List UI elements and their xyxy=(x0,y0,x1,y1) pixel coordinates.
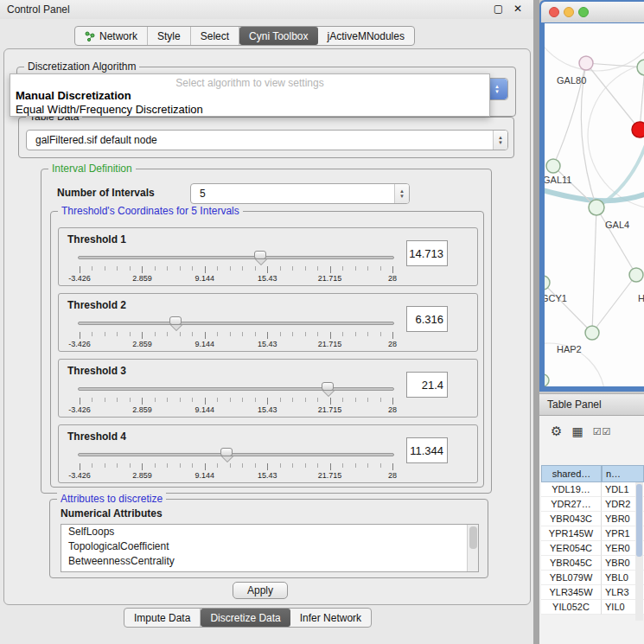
checkbox-icon: ☑ xyxy=(603,426,612,437)
popup-item-manual-discretization[interactable]: Manual Discretization xyxy=(16,89,131,102)
threshold-3-slider[interactable] xyxy=(78,382,394,396)
tick-label: 15.43 xyxy=(258,471,277,480)
number-of-intervals-combobox[interactable]: 5 ▲ ▼ xyxy=(190,183,410,204)
columns-icon[interactable]: ▦ xyxy=(571,424,583,438)
tick-label: 15.43 xyxy=(258,405,277,414)
threshold-1-slider[interactable] xyxy=(78,251,394,265)
threshold-4-value-field[interactable] xyxy=(406,437,448,463)
threshold-1-slider-thumb[interactable] xyxy=(254,251,266,259)
node-selected-red[interactable] xyxy=(632,122,644,137)
threshold-2-slider-thumb[interactable] xyxy=(169,316,182,325)
combo-stepper-icon[interactable]: ▲ ▼ xyxy=(394,184,409,203)
tab-network[interactable]: Network xyxy=(75,27,148,45)
threshold-2-box: Threshold 2 -3.426 2.859 9.144 15.43 21.… xyxy=(58,293,478,352)
threshold-coordinates-group: Threshold's Coordinates for 5 Intervals … xyxy=(50,211,484,488)
cell-shared-name[interactable]: YBL079W xyxy=(541,571,602,585)
tick-label: 21.715 xyxy=(318,471,342,480)
list-item-selfloops[interactable]: SelfLoops xyxy=(61,525,478,539)
node-label-gcy1: GCY1 xyxy=(545,293,567,303)
table-scrollbar[interactable] xyxy=(635,482,643,621)
table-row[interactable]: YPR145WYPR1 xyxy=(541,526,644,541)
table-data-group: Table Data galFiltered.sif default node … xyxy=(18,117,514,158)
slider-tick-labels: -3.426 2.859 9.144 15.43 21.715 28 xyxy=(80,405,392,414)
cell-shared-name[interactable]: YBR043C xyxy=(541,512,602,526)
cell-shared-name[interactable]: YPR145W xyxy=(541,526,602,541)
slider-track[interactable] xyxy=(78,453,394,456)
column-header-shared-name[interactable]: shared… xyxy=(541,465,602,482)
node-gal11[interactable] xyxy=(546,159,560,173)
cell-shared-name[interactable]: YER054C xyxy=(541,541,602,556)
table-row[interactable]: YDL19…YDL1 xyxy=(541,482,644,497)
node-hap2[interactable] xyxy=(585,326,599,340)
table-row[interactable]: YBR043CYBR0 xyxy=(541,512,644,526)
threshold-4-label: Threshold 4 xyxy=(67,430,126,443)
popup-item-equal-width-frequency[interactable]: Equal Width/Frequency Discretization xyxy=(16,103,203,116)
tab-infer-network[interactable]: Infer Network xyxy=(290,609,371,627)
slider-tick-labels: -3.426 2.859 9.144 15.43 21.715 28 xyxy=(80,471,392,480)
list-item-betweennesscentrality[interactable]: BetweennessCentrality xyxy=(61,554,478,569)
table-row[interactable]: YER054CYER0 xyxy=(541,541,644,556)
cell-shared-name[interactable]: YBR045C xyxy=(541,556,602,571)
table-row[interactable]: YDR27…YDR2 xyxy=(541,497,644,512)
float-window-icon[interactable]: ▢ xyxy=(494,3,503,15)
slider-track[interactable] xyxy=(78,322,394,325)
tick-label: -3.426 xyxy=(68,405,91,414)
tab-impute-data[interactable]: Impute Data xyxy=(124,609,201,627)
table-row[interactable]: YBR045CYBR0 xyxy=(541,556,644,571)
number-of-intervals-label: Number of Intervals xyxy=(57,187,155,199)
tick-label: 9.144 xyxy=(195,340,215,348)
cell-shared-name[interactable]: YDL19… xyxy=(541,482,602,497)
threshold-4-slider[interactable] xyxy=(78,448,394,462)
list-item-topologicalcoefficient[interactable]: TopologicalCoefficient xyxy=(61,539,478,554)
tab-jactivemnodules[interactable]: jActiveMNodules xyxy=(318,27,414,45)
table-row[interactable]: YLR345WYLR3 xyxy=(541,585,644,600)
threshold-2-value-field[interactable] xyxy=(406,306,448,332)
close-window-icon[interactable]: ✕ xyxy=(513,3,522,15)
tick-label: 9.144 xyxy=(195,274,215,283)
table-panel-title: Table Panel xyxy=(547,399,602,411)
table-row[interactable]: YBL079WYBL0 xyxy=(541,571,644,585)
node-partial-bottom-left[interactable] xyxy=(545,374,549,386)
node-partial-top-right[interactable] xyxy=(637,60,644,75)
node-right-mid[interactable] xyxy=(629,268,643,282)
interval-definition-title: Interval Definition xyxy=(48,163,136,175)
cell-shared-name[interactable]: YDR27… xyxy=(541,497,602,512)
cell-shared-name[interactable]: YLR345W xyxy=(541,585,602,600)
node-gcy1[interactable] xyxy=(545,276,550,290)
table-data-combobox[interactable]: galFiltered.sif default node ▲ ▼ xyxy=(26,130,508,150)
tab-style[interactable]: Style xyxy=(148,27,191,45)
tab-select[interactable]: Select xyxy=(191,27,239,45)
threshold-3-slider-thumb[interactable] xyxy=(322,382,334,391)
control-panel-window: Control Panel ▢ ✕ Network Style Select C… xyxy=(0,0,534,644)
tab-discretize-data[interactable]: Discretize Data xyxy=(201,609,290,627)
list-scrollbar[interactable] xyxy=(467,525,478,571)
slider-tick-marks xyxy=(80,398,392,405)
table-row[interactable]: YIL052CYIL0 xyxy=(541,600,644,615)
tab-cyni-toolbox[interactable]: Cyni Toolbox xyxy=(239,27,317,45)
cell-shared-name[interactable]: YIL052C xyxy=(541,600,602,615)
select-rows-icon[interactable]: ☑☑ xyxy=(593,426,612,437)
close-traffic-light[interactable] xyxy=(549,7,559,17)
network-canvas[interactable]: GAL80 GAL11 GAL4 GCY1 HAP2 H xyxy=(545,23,644,386)
list-scrollbar-thumb[interactable] xyxy=(469,526,477,549)
threshold-4-slider-thumb[interactable] xyxy=(220,448,233,456)
threshold-3-value-field[interactable] xyxy=(406,372,448,398)
threshold-2-slider[interactable] xyxy=(78,316,394,330)
slider-track[interactable] xyxy=(78,256,394,259)
tab-style-label: Style xyxy=(157,30,181,42)
threshold-3-label: Threshold 3 xyxy=(67,365,126,377)
slider-track[interactable] xyxy=(78,387,394,391)
zoom-traffic-light[interactable] xyxy=(578,7,589,17)
cyni-toolbox-panel: Discretization Algorithm ▲ ▼ Select algo… xyxy=(3,48,531,605)
threshold-1-value-field[interactable] xyxy=(406,240,448,266)
apply-button[interactable]: Apply xyxy=(233,582,288,599)
column-header-name[interactable]: n… xyxy=(602,465,644,482)
node-gal4[interactable] xyxy=(589,200,604,215)
panel-divider[interactable] xyxy=(533,0,539,644)
tick-label: -3.426 xyxy=(68,471,91,480)
minimize-traffic-light[interactable] xyxy=(564,7,574,17)
node-gal80[interactable] xyxy=(579,56,593,70)
combo-stepper-icon[interactable]: ▲ ▼ xyxy=(493,131,507,150)
gear-icon[interactable]: ⚙ xyxy=(551,424,562,439)
table-scrollbar-thumb[interactable] xyxy=(636,484,642,557)
